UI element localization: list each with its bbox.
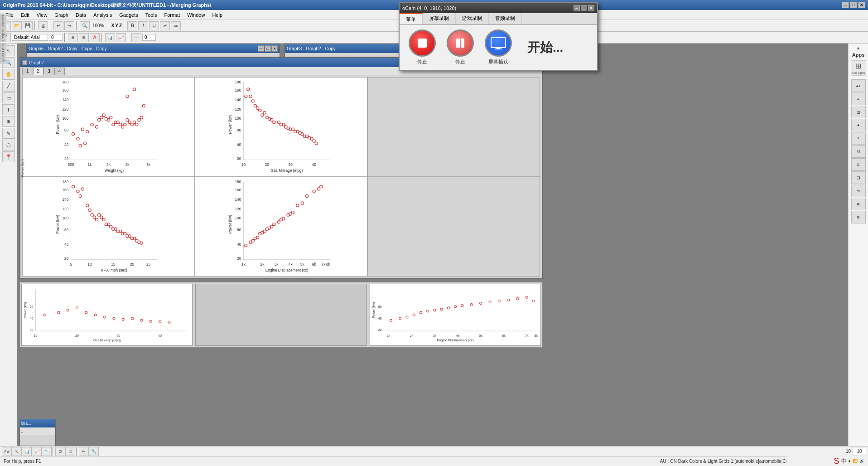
bt-btn7[interactable]: □ <box>65 447 75 456</box>
right-icon-9[interactable]: ⟲ <box>851 184 866 197</box>
plot-weight-power[interactable]: 20 40 80 100 120 140 160 180 500 1k 2k 2… <box>22 77 195 177</box>
line-size-input[interactable]: 0 <box>142 34 156 41</box>
font-selector[interactable]: Default: Arial <box>12 34 48 41</box>
project-explorer-tab[interactable]: Project Explorer <box>0 14 6 42</box>
graph5-maximize[interactable]: □ <box>265 45 271 52</box>
bt-btn4[interactable]: 📈 <box>32 447 42 456</box>
right-icon-7[interactable]: ⊡ <box>851 158 866 171</box>
right-icon-10[interactable]: ⊕ <box>851 198 866 210</box>
maximize-button[interactable]: □ <box>850 2 857 8</box>
graph7-tab-3[interactable]: 3 <box>43 68 54 75</box>
italic-btn[interactable]: I <box>138 21 148 30</box>
menu-analysis[interactable]: Analysis <box>90 11 116 19</box>
plot-mph-power[interactable]: 20 40 80 100 120 140 160 180 5 10 15 20 … <box>22 177 195 277</box>
bt-num-input[interactable]: 10 <box>853 447 866 456</box>
close-button[interactable]: ✕ <box>858 2 865 8</box>
right-icon-6[interactable]: ◱ <box>851 145 866 158</box>
chart-line[interactable]: 📈 <box>116 33 126 42</box>
ocam-pause-button[interactable] <box>447 29 474 57</box>
menu-format[interactable]: Format <box>160 11 183 19</box>
redo-btn[interactable]: ↪ <box>64 21 74 30</box>
bold-btn[interactable]: B <box>127 21 137 30</box>
right-icon-1[interactable]: A↕ <box>851 79 866 92</box>
quick-help-tab[interactable]: Quick Help <box>0 43 6 63</box>
small-graph-title[interactable]: Gra... <box>20 419 55 427</box>
svg-rect-242 <box>456 39 460 48</box>
ocam-stop-button-1[interactable] <box>409 29 436 57</box>
minimize-button[interactable]: ─ <box>842 2 849 8</box>
region-tool[interactable]: ⬡ <box>2 140 15 150</box>
plot-displacement-power[interactable]: 20 40 80 100 120 140 160 180 1k 2k 3k 4k… <box>195 177 367 277</box>
graph5-title-bar[interactable]: Graph5 - Graph2 - Copy - Copy - Copy ─ □… <box>27 44 280 53</box>
menu-edit[interactable]: Edit <box>17 11 33 19</box>
ocam-tab-screen-record[interactable]: 屏幕录制 <box>423 13 456 24</box>
graph5-close[interactable]: ✕ <box>271 45 278 52</box>
menu-gadgets[interactable]: Gadgets <box>116 11 142 19</box>
draw-rect[interactable]: ▭ <box>2 92 15 103</box>
subscript-btn[interactable]: x₂ <box>171 21 181 30</box>
right-icon-11[interactable]: ⊘ <box>851 211 866 223</box>
apps-scroll-up[interactable]: ▲ <box>856 45 861 50</box>
right-icon-5[interactable]: ⌖ <box>851 132 866 145</box>
svg-point-43 <box>133 88 135 91</box>
right-icon-2[interactable]: ≡ <box>851 92 866 105</box>
menu-data[interactable]: Data <box>72 11 90 19</box>
add-apps-button[interactable]: ⊞ Add Apps <box>851 60 866 76</box>
bt-btn6[interactable]: O <box>55 447 65 456</box>
underline-btn[interactable]: U <box>149 21 159 30</box>
right-icon-8[interactable]: ❑ <box>851 171 866 184</box>
open-btn[interactable]: 📂 <box>12 21 22 30</box>
graph7-tab-1[interactable]: 1 <box>22 68 33 75</box>
ocam-close[interactable]: ✕ <box>588 5 594 11</box>
ocam-screen-button[interactable] <box>485 29 512 57</box>
right-icon-3[interactable]: ◫ <box>851 106 866 118</box>
menu-window[interactable]: Window <box>183 11 208 19</box>
plot-gasmileage-power[interactable]: 20 40 80 100 120 140 160 180 10 20 30 40… <box>195 77 367 177</box>
annotation[interactable]: ✎ <box>2 128 15 139</box>
svg-text:4k: 4k <box>456 334 459 338</box>
ocam-tab-menu[interactable]: 菜单 <box>400 13 423 24</box>
bt-btn1[interactable]: ↗↙ <box>2 447 12 456</box>
ocam-title-bar[interactable]: oCam (4, 0, 1916, 1028) ─ □ ✕ <box>400 3 597 13</box>
chart-bar[interactable]: 📊 <box>105 33 115 42</box>
ocam-maximize[interactable]: □ <box>581 5 587 11</box>
graph7-tab-4[interactable]: 4 <box>54 68 65 75</box>
bt-btn9[interactable]: 🔧 <box>89 447 99 456</box>
save-btn[interactable]: 💾 <box>23 21 33 30</box>
bt-btn2[interactable]: ⤡ <box>12 447 22 456</box>
pan-tool[interactable]: ✋ <box>2 69 15 80</box>
bt-btn8[interactable]: ✏ <box>79 447 89 456</box>
line-size-btn[interactable]: — <box>131 33 141 42</box>
undo-btn[interactable]: ↩ <box>53 21 63 30</box>
color-btn[interactable]: A <box>90 33 100 42</box>
ocam-tab-game-record[interactable]: 游戏录制 <box>456 13 489 24</box>
ocam-tab-audio-record[interactable]: 音频录制 <box>489 13 522 24</box>
zoom-btn[interactable]: 🔍 <box>80 21 90 30</box>
small-graph-tab[interactable]: 1 <box>20 427 55 435</box>
right-icon-4[interactable]: ✦ <box>851 119 866 131</box>
graph5-minimize[interactable]: ─ <box>258 45 264 52</box>
data-reader[interactable]: ⊕ <box>2 116 15 127</box>
menu-graph[interactable]: Graph <box>51 11 72 19</box>
svg-point-18 <box>77 137 79 140</box>
draw-line[interactable]: ╱ <box>2 81 15 92</box>
menu-tools[interactable]: Tools <box>142 11 161 19</box>
bt-btn5[interactable]: 📉 <box>42 447 52 456</box>
align-left[interactable]: ≡ <box>68 33 78 42</box>
svg-point-75 <box>273 121 275 124</box>
menu-help[interactable]: Help <box>208 11 226 19</box>
graph7-tab-2[interactable]: 2 <box>33 67 44 75</box>
superscript-btn[interactable]: x² <box>160 21 170 30</box>
align-center[interactable]: ≡ <box>79 33 89 42</box>
svg-text:1k: 1k <box>241 262 246 267</box>
volume-icon: 🔊 <box>859 459 864 463</box>
bt-btn3[interactable]: 📊 <box>22 447 32 456</box>
mini-plot-displacement[interactable]: 20 40 60 1k 2k 3k 4k 5k 6k 7k 8k Power (… <box>370 284 541 346</box>
text-tool[interactable]: T <box>2 104 15 115</box>
ocam-minimize[interactable]: ─ <box>574 5 580 11</box>
mini-plot-mileage[interactable]: 20 40 60 10 20 30 40 Power (kw) Gas Mile… <box>21 284 193 346</box>
print-btn[interactable]: 🖨 <box>38 21 48 30</box>
screen-reader[interactable]: 📍 <box>2 151 15 162</box>
menu-view[interactable]: View <box>33 11 51 19</box>
font-size-input[interactable]: 0 <box>49 34 63 41</box>
